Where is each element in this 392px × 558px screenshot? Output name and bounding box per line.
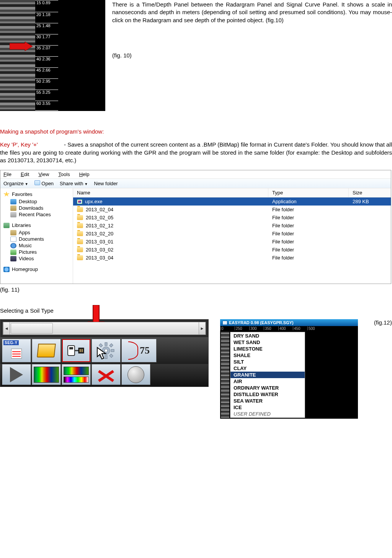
soil-option[interactable]: CLAY — [230, 365, 305, 372]
ruler-tick: 250 — [235, 326, 249, 330]
file-size — [349, 257, 391, 259]
scale-tick: 20 1.18 — [35, 12, 58, 17]
delete-button[interactable] — [91, 364, 121, 385]
nav-music[interactable]: Music — [3, 242, 70, 249]
table-row[interactable]: 2013_03_02File folder — [73, 246, 391, 254]
file-type: Application — [268, 197, 349, 206]
nav-apps[interactable]: Apps — [3, 229, 70, 236]
open-file-button[interactable] — [32, 339, 61, 362]
col-size[interactable]: Size — [349, 188, 391, 197]
soil-type-dropdown[interactable]: DRY SANDWET SANDLIMESTONESHALESILTCLAYGR… — [230, 332, 305, 418]
plug-icon — [67, 343, 85, 359]
file-size — [349, 249, 391, 251]
menu-view[interactable]: View — [38, 171, 49, 177]
ruler-tick: 450 — [293, 326, 307, 330]
documents-icon — [10, 237, 16, 242]
file-type: File folder — [268, 214, 349, 222]
horizontal-scrollbar[interactable]: ◄ ► — [3, 322, 206, 335]
table-row[interactable]: 2013_02_04File folder — [73, 206, 391, 214]
menu-file[interactable]: File — [3, 171, 11, 177]
scroll-thumb[interactable] — [11, 323, 53, 334]
soil-option[interactable]: DRY SAND — [230, 333, 305, 339]
ruler-tick: 400 — [278, 326, 293, 330]
connect-device-button[interactable] — [62, 339, 91, 362]
waveform-icon — [11, 349, 22, 359]
menu-edit[interactable]: Edit — [21, 171, 29, 177]
nav-favorites[interactable]: Favorites — [3, 191, 70, 197]
svg-rect-16 — [109, 354, 113, 357]
soil-option[interactable]: SILT — [230, 359, 305, 365]
soil-option[interactable]: LIMESTONE — [230, 346, 305, 352]
folder-icon — [77, 223, 83, 228]
soil-option[interactable]: DISTILLED WATER — [230, 391, 305, 398]
recent-icon — [10, 212, 16, 217]
nav-pictures[interactable]: Pictures — [3, 249, 70, 255]
nav-downloads[interactable]: Downloads — [3, 205, 70, 211]
nav-documents[interactable]: Documents — [3, 236, 70, 242]
app-icon — [222, 321, 227, 325]
soil-option[interactable]: AIR — [230, 378, 305, 385]
svg-rect-9 — [105, 343, 107, 346]
scroll-left-button[interactable]: ◄ — [3, 322, 10, 334]
scroll-right-button[interactable]: ► — [199, 322, 206, 334]
table-row[interactable]: upx.exeApplication289 KB — [73, 197, 391, 206]
soil-option[interactable]: SHALE — [230, 352, 305, 359]
new-folder-button[interactable]: New folder — [94, 181, 118, 186]
gain-curve-icon — [128, 341, 138, 360]
col-name[interactable]: Name — [73, 188, 268, 197]
nav-homegroup[interactable]: Homegroup — [3, 266, 70, 272]
soil-option[interactable]: ICE — [230, 404, 305, 411]
downloads-icon — [10, 206, 16, 211]
nav-videos[interactable]: Videos — [3, 255, 70, 262]
file-type: File folder — [268, 246, 349, 254]
table-row[interactable]: 2013_03_04File folder — [73, 254, 391, 262]
table-row[interactable]: 2013_02_05File folder — [73, 214, 391, 222]
menu-tools[interactable]: Tools — [58, 171, 70, 177]
col-type[interactable]: Type — [268, 188, 349, 197]
scale-tick: 40 2.36 — [35, 56, 58, 61]
file-type: File folder — [268, 206, 349, 214]
organize-button[interactable]: Organize▼ — [3, 181, 28, 186]
file-name: 2013_03_04 — [86, 255, 113, 261]
table-row[interactable]: 2013_02_12File folder — [73, 222, 391, 230]
nav-recent[interactable]: Recent Places — [3, 211, 70, 218]
gain-button[interactable]: 75 — [121, 339, 157, 362]
fig10-row: 15 0.8920 1.1825 1.4830 1.7735 2.0740 2.… — [0, 0, 392, 111]
file-size — [349, 241, 391, 243]
file-name: 2013_02_05 — [86, 215, 113, 220]
soil-option[interactable]: USER DEFINED — [230, 411, 305, 417]
soil-option[interactable]: ORDINARY WATER — [230, 385, 305, 391]
gain-value: 75 — [140, 345, 150, 356]
file-name: 2013_03_01 — [86, 239, 113, 245]
nav-desktop[interactable]: Desktop — [3, 198, 70, 205]
soil-option[interactable]: WET SAND — [230, 339, 305, 346]
record-button[interactable] — [121, 364, 150, 385]
folder-icon — [77, 247, 83, 252]
palette-button[interactable] — [62, 364, 91, 385]
soil-option[interactable]: SEA WATER — [230, 398, 305, 404]
file-name: 2013_02_20 — [86, 231, 113, 237]
folder-icon — [77, 239, 83, 244]
soil-option[interactable]: GRANITE — [230, 372, 305, 378]
share-button[interactable]: Share with▼ — [60, 181, 88, 186]
display-mode-button[interactable] — [32, 364, 61, 385]
fig11-caption: (fig. 11) — [0, 286, 392, 293]
svg-rect-2 — [68, 346, 75, 356]
explorer-file-list: Name Type Size upx.exeApplication289 KB2… — [73, 188, 391, 284]
segy-export-button[interactable]: SEG-Y — [2, 339, 31, 362]
play-button[interactable] — [2, 364, 31, 385]
menu-help[interactable]: Help — [79, 171, 90, 177]
time-depth-panel: 15 0.8920 1.1825 1.4830 1.7735 2.0740 2.… — [0, 0, 105, 111]
open-icon — [34, 180, 40, 185]
file-size — [349, 217, 391, 219]
open-button[interactable]: Open — [34, 180, 54, 186]
table-row[interactable]: 2013_03_01File folder — [73, 238, 391, 246]
ruler-tick: 500 — [307, 326, 322, 330]
soil-radargram-strip — [221, 332, 229, 418]
snapshot-body: Key 'P', Key '+' - Saves a snapshot of t… — [0, 141, 392, 165]
table-row[interactable]: 2013_02_20File folder — [73, 230, 391, 238]
app-toolbar-screenshot: ◄ ► SEG-Y — [0, 319, 209, 387]
nav-libraries[interactable]: Libraries — [3, 222, 70, 228]
star-icon — [3, 192, 10, 197]
folder-icon — [77, 215, 83, 220]
